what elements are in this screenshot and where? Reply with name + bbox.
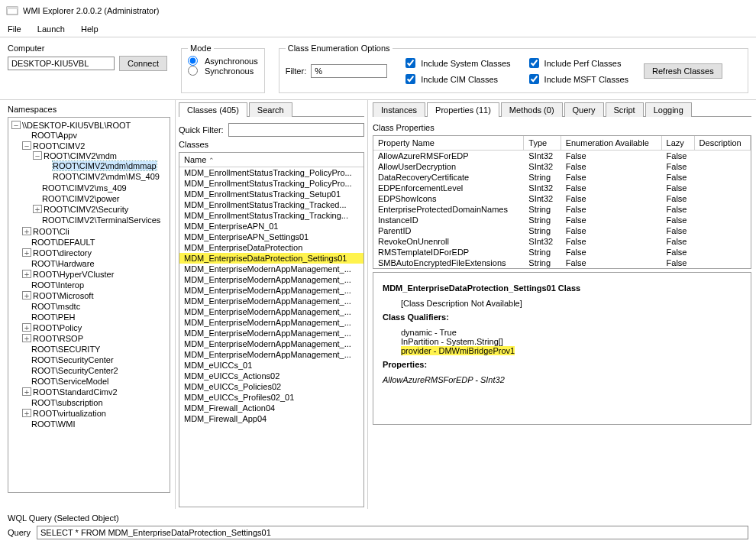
tree-item[interactable]: ROOT\SECURITY [31, 345, 100, 354]
tree-item[interactable]: ROOT\CIMV2 [33, 141, 85, 151]
properties-table[interactable]: Property Name Type Enumeration Available… [373, 135, 751, 269]
refresh-classes-button[interactable]: Refresh Classes [644, 63, 722, 79]
mode-sync[interactable]: Synchronous [188, 66, 258, 76]
class-item[interactable]: MDM_EnterpriseModernAppManagement_... [179, 264, 363, 274]
tab-properties[interactable]: Properties (11) [427, 102, 499, 117]
connect-button[interactable]: Connect [119, 56, 167, 71]
tree-root[interactable]: \\DESKTOP-KIU5VBL\ROOT [22, 121, 131, 130]
class-item[interactable]: MDM_EnterpriseModernAppManagement_... [179, 296, 363, 306]
filter-input[interactable] [311, 64, 387, 78]
computer-input[interactable] [8, 57, 115, 70]
class-item[interactable]: MDM_EnterpriseDataProtection_Settings01 [179, 253, 363, 264]
table-row[interactable]: AllowAzureRMSForEDPSInt32FalseFalse [373, 151, 751, 162]
mode-async[interactable]: Asynchronous [188, 56, 258, 66]
menu-launch[interactable]: Launch [37, 24, 65, 34]
cb-perf[interactable]: Include Perf Classes [526, 56, 628, 70]
table-row[interactable]: EnterpriseProtectedDomainNamesStringFals… [373, 204, 751, 215]
expand-icon[interactable]: + [22, 227, 31, 235]
tree-item[interactable]: ROOT\subscription [31, 398, 103, 407]
col-desc[interactable]: Description [694, 136, 750, 151]
tree-item[interactable]: ROOT\virtualization [33, 409, 106, 418]
menu-file[interactable]: File [8, 24, 21, 34]
tree-item[interactable]: ROOT\SecurityCenter2 [31, 366, 118, 375]
cb-msft[interactable]: Include MSFT Classes [526, 72, 628, 86]
tree-item[interactable]: ROOT\CIMV2\Security [44, 205, 128, 214]
class-item[interactable]: MDM_EnterpriseModernAppManagement_... [179, 285, 363, 296]
col-lazy[interactable]: Lazy [661, 136, 694, 151]
class-item[interactable]: MDM_EnterpriseModernAppManagement_... [179, 317, 363, 328]
tree-item[interactable]: ROOT\DEFAULT [31, 238, 95, 247]
cb-cim[interactable]: Include CIM Classes [402, 72, 510, 86]
table-row[interactable]: AllowUserDecryptionSInt32FalseFalse [373, 161, 751, 172]
tree-item[interactable]: ROOT\RSOP [33, 334, 83, 343]
class-item[interactable]: MDM_EnrollmentStatusTracking_PolicyPro..… [179, 167, 363, 178]
table-row[interactable]: ParentIDStringFalseFalse [373, 225, 751, 236]
class-item[interactable]: MDM_EnrollmentStatusTracking_Tracked... [179, 199, 363, 210]
tree-item[interactable]: ROOT\CIMV2\power [42, 194, 119, 203]
table-row[interactable]: EDPShowIconsSInt32FalseFalse [373, 193, 751, 204]
tree-item[interactable]: ROOT\Interop [31, 280, 84, 290]
tree-item[interactable]: ROOT\SecurityCenter [31, 355, 114, 364]
table-row[interactable]: DataRecoveryCertificateStringFalseFalse [373, 172, 751, 183]
classes-list[interactable]: Name ⌃ MDM_EnrollmentStatusTracking_Poli… [179, 152, 364, 507]
tree-item[interactable]: ROOT\CIMV2\mdm [44, 151, 117, 160]
expand-icon[interactable]: + [22, 291, 31, 300]
class-item[interactable]: MDM_Firewall_App04 [179, 413, 363, 424]
expand-icon[interactable]: − [11, 121, 21, 129]
tab-search[interactable]: Search [249, 102, 292, 117]
tab-script[interactable]: Script [606, 102, 644, 117]
tree-item[interactable]: ROOT\Policy [33, 323, 82, 332]
class-item[interactable]: MDM_EnterpriseModernAppManagement_... [179, 338, 363, 349]
class-item[interactable]: MDM_EnterpriseDataProtection [179, 242, 363, 253]
tab-classes[interactable]: Classes (405) [179, 102, 247, 117]
tree-item-selected[interactable]: ROOT\CIMV2\mdm\dmmap [53, 161, 157, 170]
class-item[interactable]: MDM_EnrollmentStatusTracking_Tracking... [179, 210, 363, 221]
tree-item[interactable]: ROOT\Appv [31, 131, 77, 140]
class-item[interactable]: MDM_EnterpriseModernAppManagement_... [179, 328, 363, 338]
col-enum[interactable]: Enumeration Available [561, 136, 661, 151]
tree-item[interactable]: ROOT\Cli [33, 227, 69, 236]
class-item[interactable]: MDM_EnrollmentStatusTracking_Setup01 [179, 189, 363, 199]
tree-item[interactable]: ROOT\CIMV2\ms_409 [42, 183, 127, 193]
tab-instances[interactable]: Instances [373, 102, 425, 117]
class-item[interactable]: MDM_EnterpriseModernAppManagement_... [179, 274, 363, 285]
expand-icon[interactable]: + [33, 205, 42, 213]
tree-item[interactable]: ROOT\Microsoft [33, 291, 93, 300]
col-property-name[interactable]: Property Name [373, 136, 524, 151]
namespace-tree[interactable]: −\\DESKTOP-KIU5VBL\ROOT ROOT\Appv −ROOT\… [8, 117, 170, 493]
class-item[interactable]: MDM_EnterpriseAPN_01 [179, 221, 363, 232]
tree-item[interactable]: ROOT\msdtc [31, 302, 80, 311]
classes-column-header[interactable]: Name ⌃ [179, 153, 363, 167]
expand-icon[interactable]: + [22, 409, 31, 417]
quick-filter-input[interactable] [228, 123, 364, 137]
col-type[interactable]: Type [524, 136, 561, 151]
tree-item[interactable]: ROOT\CIMV2\TerminalServices [42, 215, 160, 225]
expand-icon[interactable]: + [22, 248, 31, 257]
table-row[interactable]: EDPEnforcementLevelSInt32FalseFalse [373, 183, 751, 193]
tab-query[interactable]: Query [564, 102, 604, 117]
wql-query-input[interactable] [37, 526, 748, 539]
expand-icon[interactable]: + [22, 387, 31, 396]
class-item[interactable]: MDM_Firewall_Action04 [179, 403, 363, 413]
menu-help[interactable]: Help [81, 24, 99, 34]
table-row[interactable]: SMBAutoEncryptedFileExtensionsStringFals… [373, 257, 751, 268]
tree-item[interactable]: ROOT\HyperVCluster [33, 270, 114, 279]
class-item[interactable]: MDM_EnterpriseModernAppManagement_... [179, 306, 363, 317]
expand-icon[interactable]: + [22, 323, 31, 332]
tree-item[interactable]: ROOT\Hardware [31, 259, 95, 268]
expand-icon[interactable]: + [22, 270, 31, 278]
table-row[interactable]: InstanceIDStringFalseFalse [373, 215, 751, 225]
tree-item[interactable]: ROOT\directory [33, 248, 92, 257]
cb-system[interactable]: Include System Classes [402, 56, 510, 70]
class-item[interactable]: MDM_eUICCs_Policies02 [179, 381, 363, 392]
expand-icon[interactable]: + [22, 334, 31, 342]
tab-logging[interactable]: Logging [645, 102, 692, 117]
class-item[interactable]: MDM_EnterpriseModernAppManagement_... [179, 349, 363, 360]
table-row[interactable]: RevokeOnUnenrollSInt32FalseFalse [373, 236, 751, 247]
tree-item[interactable]: ROOT\StandardCimv2 [33, 387, 118, 397]
tab-methods[interactable]: Methods (0) [501, 102, 563, 117]
table-row[interactable]: RMSTemplateIDForEDPStringFalseFalse [373, 247, 751, 257]
expand-icon[interactable]: − [33, 151, 42, 160]
tree-item[interactable]: ROOT\WMI [31, 419, 75, 429]
class-item[interactable]: MDM_eUICCs_01 [179, 360, 363, 371]
